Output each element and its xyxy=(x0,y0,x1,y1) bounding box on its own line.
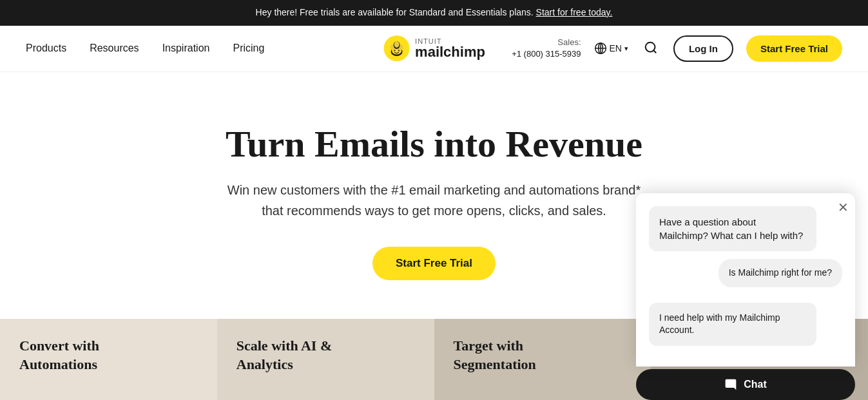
card-automations[interactable]: Convert withAutomations xyxy=(0,319,217,400)
nav-item-products[interactable]: Products xyxy=(26,43,66,54)
lang-chevron: ▾ xyxy=(624,44,628,53)
nav-right: Sales: +1 (800) 315-5939 EN ▾ Log In Sta… xyxy=(512,35,842,62)
top-banner: Hey there! Free trials are available for… xyxy=(0,0,868,26)
nav-item-pricing[interactable]: Pricing xyxy=(233,43,264,54)
nav-trial-button[interactable]: Start Free Trial xyxy=(746,35,842,62)
svg-point-8 xyxy=(394,41,399,48)
chat-button-label: Chat xyxy=(744,379,767,390)
search-button[interactable] xyxy=(641,38,661,59)
card-segmentation-title: Target withSegmentation xyxy=(454,337,536,374)
lang-label: EN xyxy=(610,43,622,53)
chat-open-button[interactable]: Chat xyxy=(636,369,855,400)
logo-text: INTUIT mailchimp xyxy=(415,38,485,59)
chat-close-button[interactable]: ✕ xyxy=(838,200,849,215)
chat-message-2[interactable]: Is Mailchimp right for me? xyxy=(719,259,842,287)
card-segmentation[interactable]: Target withSegmentation xyxy=(434,319,651,400)
hero-subtitle-line1: Win new customers with the #1 email mark… xyxy=(227,183,641,197)
chat-message-1: Have a question about Mailchimp? What ca… xyxy=(649,206,816,251)
chat-bubble-icon xyxy=(724,378,737,391)
hero-title: Turn Emails into Revenue xyxy=(26,124,842,165)
logo[interactable]: INTUIT mailchimp xyxy=(383,35,485,62)
svg-point-13 xyxy=(646,42,655,52)
banner-link[interactable]: Start for free today. xyxy=(536,7,613,17)
card-analytics[interactable]: Scale with AI &Analytics xyxy=(217,319,434,400)
chat-widget: ✕ Have a question about Mailchimp? What … xyxy=(636,193,855,400)
card-automations-title: Convert withAutomations xyxy=(19,337,99,374)
nav-item-inspiration[interactable]: Inspiration xyxy=(162,43,210,54)
login-button[interactable]: Log In xyxy=(673,35,733,62)
hero-subtitle-line2: that recommends ways to get more opens, … xyxy=(262,204,606,218)
chat-message-3[interactable]: I need help with my Mailchimp Account. xyxy=(649,303,816,346)
banner-text: Hey there! Free trials are available for… xyxy=(256,7,534,17)
nav-left: Products Resources Inspiration Pricing xyxy=(26,43,264,54)
sales-phone: +1 (800) 315-5939 xyxy=(512,49,581,59)
chat-popup: ✕ Have a question about Mailchimp? What … xyxy=(636,193,855,367)
globe-icon xyxy=(594,42,607,55)
logo-mailchimp: mailchimp xyxy=(415,45,485,59)
sales-label: Sales: xyxy=(557,37,581,47)
hero-subtitle: Win new customers with the #1 email mark… xyxy=(209,180,660,221)
mailchimp-logo-icon xyxy=(383,35,410,62)
language-selector[interactable]: EN ▾ xyxy=(594,42,628,55)
sales-info: Sales: +1 (800) 315-5939 xyxy=(512,37,581,60)
svg-line-14 xyxy=(653,50,656,53)
search-icon xyxy=(644,41,658,55)
nav-item-resources[interactable]: Resources xyxy=(90,43,139,54)
hero-trial-button[interactable]: Start Free Trial xyxy=(372,247,496,280)
card-analytics-title: Scale with AI &Analytics xyxy=(236,337,333,374)
navbar: Products Resources Inspiration Pricing I… xyxy=(0,26,868,72)
